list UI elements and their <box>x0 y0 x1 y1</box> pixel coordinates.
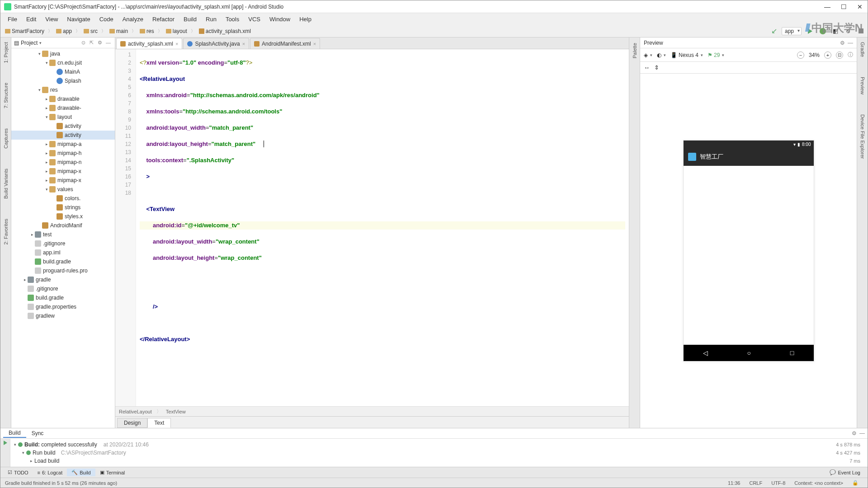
text-tab[interactable]: Text <box>147 418 171 428</box>
tree-row[interactable]: .gitignore <box>11 284 115 293</box>
breadcrumb-file[interactable]: activity_splash.xml <box>197 27 253 35</box>
menu-analyze[interactable]: Analyze <box>118 15 148 23</box>
tool-preview[interactable]: Preview <box>859 76 866 95</box>
sync-tab[interactable]: Sync <box>26 429 49 437</box>
debug-button[interactable] <box>819 27 827 35</box>
tree-row[interactable]: colors. <box>11 194 115 203</box>
breadcrumb-main[interactable]: main <box>108 27 130 35</box>
line-ending[interactable]: CRLF <box>745 480 767 486</box>
cursor-position[interactable]: 11:36 <box>723 480 745 486</box>
breadcrumb-node[interactable]: TextView <box>166 409 186 414</box>
tree-row[interactable]: activity <box>11 131 115 140</box>
tool-device-explorer[interactable]: Device File Explorer <box>859 113 866 160</box>
tree-row[interactable]: gradlew <box>11 311 115 320</box>
breadcrumb-node[interactable]: RelativeLayout <box>119 409 152 414</box>
device-selector[interactable]: 📱 Nexus 4 <box>670 52 703 58</box>
tree-row[interactable]: ▸mipmap-h <box>11 149 115 158</box>
menu-view[interactable]: View <box>41 15 62 23</box>
maximize-button[interactable]: ☐ <box>840 3 848 11</box>
close-tab-icon[interactable]: × <box>175 41 178 47</box>
gear-icon[interactable]: ⚙ <box>840 40 845 46</box>
hide-build-icon[interactable]: — <box>859 430 865 436</box>
pan-icon[interactable]: ↔ <box>644 64 650 71</box>
tree-row[interactable]: AndroidManif <box>11 221 115 230</box>
menu-file[interactable]: File <box>3 15 22 23</box>
settings-icon[interactable]: ⚙ <box>98 40 104 46</box>
tree-row[interactable]: ▸mipmap-x <box>11 167 115 176</box>
tool-event-log[interactable]: 💬Event Log <box>825 469 865 476</box>
warnings-icon[interactable]: ⓘ <box>848 51 853 59</box>
surface-selector[interactable]: ◈ <box>644 52 652 58</box>
gear-icon[interactable]: ⚙ <box>852 430 857 436</box>
tree-row[interactable]: ▾layout <box>11 113 115 122</box>
tool-captures[interactable]: Captures <box>2 127 9 150</box>
tree-row[interactable]: .gitignore <box>11 239 115 248</box>
close-button[interactable]: ✕ <box>856 3 864 11</box>
tool-build-variants[interactable]: Build Variants <box>2 168 9 200</box>
profiler-button[interactable]: ◧ <box>831 27 840 35</box>
breadcrumb-layout[interactable]: layout <box>164 27 189 35</box>
code-editor[interactable]: <?xml version="1.0" encoding="utf-8"?> <… <box>136 49 629 406</box>
menu-run[interactable]: Run <box>201 15 221 23</box>
tree-row[interactable]: Splash <box>11 76 115 85</box>
breadcrumb-src[interactable]: src <box>82 27 99 35</box>
tool-gradle[interactable]: Gradle <box>859 41 866 58</box>
editor-tab-activity-splash[interactable]: activity_splash.xml × <box>116 38 182 49</box>
menu-refactor[interactable]: Refactor <box>148 15 179 23</box>
lock-icon[interactable]: 🔒 <box>848 480 863 486</box>
api-selector[interactable]: ⚑ 29 <box>708 52 724 58</box>
expand-icon[interactable]: ⇕ <box>654 64 659 71</box>
hide-icon[interactable]: — <box>106 40 112 46</box>
tree-row[interactable]: ▸mipmap-a <box>11 140 115 149</box>
tree-row[interactable]: build.gradle <box>11 257 115 266</box>
tree-row[interactable]: ▾values <box>11 185 115 194</box>
tree-row[interactable]: ▸mipmap-x <box>11 176 115 185</box>
project-tree[interactable]: ▾java▾cn.edu.jsitMainASplash▾res▸drawabl… <box>11 48 115 428</box>
editor-tab-manifest[interactable]: AndroidManifest.xml × <box>250 38 320 49</box>
context-info[interactable]: Context: <no context> <box>790 480 848 486</box>
tree-row[interactable]: styles.x <box>11 212 115 221</box>
tool-structure[interactable]: 7: Structure <box>2 82 9 109</box>
file-encoding[interactable]: UTF-8 <box>767 480 790 486</box>
tool-build[interactable]: 🔨Build <box>67 469 95 476</box>
tree-row[interactable]: ▸drawable <box>11 94 115 103</box>
menu-help[interactable]: Help <box>295 15 316 23</box>
run-config-selector[interactable]: app <box>782 27 802 35</box>
tree-row[interactable]: ▾cn.edu.jsit <box>11 58 115 67</box>
tree-row[interactable]: proguard-rules.pro <box>11 266 115 275</box>
breadcrumb-app[interactable]: app <box>54 27 74 35</box>
tree-row[interactable]: ▸gradle <box>11 275 115 284</box>
menu-tools[interactable]: Tools <box>221 15 244 23</box>
project-scope-label[interactable]: Project <box>21 40 38 46</box>
menu-edit[interactable]: Edit <box>22 15 41 23</box>
editor-body[interactable]: 123456789101112131415161718 <?xml versio… <box>115 49 629 406</box>
close-tab-icon[interactable]: × <box>313 41 316 47</box>
tree-row[interactable]: ▸test <box>11 230 115 239</box>
zoom-in-icon[interactable]: + <box>824 52 831 59</box>
zoom-fit-icon[interactable]: ⊡ <box>836 52 843 59</box>
collapse-icon[interactable]: ⇱ <box>90 40 96 46</box>
breadcrumb-res[interactable]: res <box>138 27 156 35</box>
menu-navigate[interactable]: Navigate <box>62 15 94 23</box>
close-tab-icon[interactable]: × <box>242 41 245 47</box>
editor-tab-splash-activity-java[interactable]: SplashActivity.java × <box>183 38 249 49</box>
orientation-selector[interactable]: ◐ <box>657 52 666 58</box>
tree-row[interactable]: app.iml <box>11 248 115 257</box>
tool-project[interactable]: 1: Project <box>2 41 9 64</box>
menu-vcs[interactable]: VCS <box>244 15 265 23</box>
breadcrumb-project[interactable]: SmartFactory <box>3 27 46 35</box>
palette-tab[interactable]: Palette <box>632 41 637 60</box>
tree-row[interactable]: activity <box>11 122 115 131</box>
run-button[interactable] <box>806 27 814 35</box>
tree-row[interactable]: gradle.properties <box>11 302 115 311</box>
make-project-icon[interactable]: ↙ <box>771 27 777 35</box>
preview-canvas[interactable]: ▾ ▮ 8:00 智慧工厂 ◁ ○ □ <box>640 74 857 428</box>
attach-debugger-button[interactable]: ⎋ <box>844 27 852 35</box>
rerun-icon[interactable] <box>4 441 7 445</box>
tree-row[interactable]: ▸mipmap-n <box>11 158 115 167</box>
tree-row[interactable]: ▾res <box>11 85 115 94</box>
build-tab[interactable]: Build <box>3 429 26 438</box>
build-tree[interactable]: ▾ Build: completed successfully at 2020/… <box>10 439 868 467</box>
tree-row[interactable]: strings <box>11 203 115 212</box>
minimize-button[interactable]: — <box>823 3 831 11</box>
